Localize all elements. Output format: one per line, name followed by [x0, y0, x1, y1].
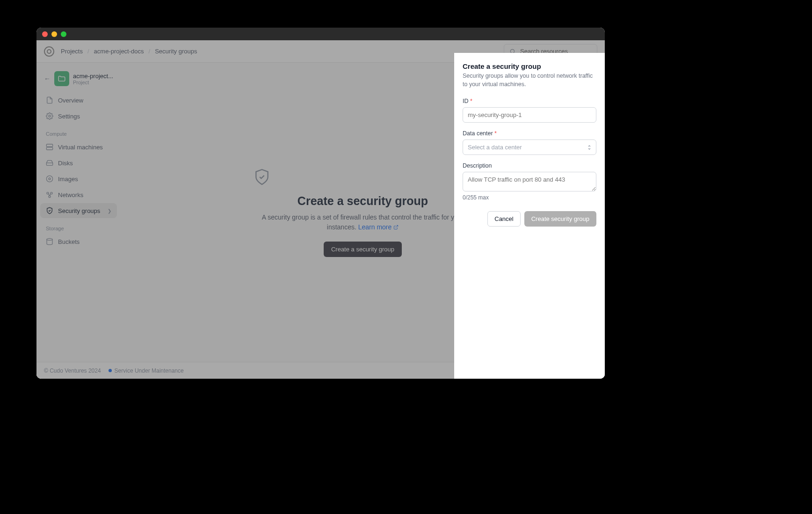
create-panel: Create a security group Security groups …	[454, 53, 605, 379]
id-label: ID *	[463, 98, 596, 104]
panel-description: Security groups allow you to control net…	[463, 72, 596, 88]
create-submit-button[interactable]: Create security group	[524, 211, 596, 227]
datacenter-select[interactable]: Select a data center	[463, 140, 596, 155]
panel-title: Create a security group	[463, 62, 596, 70]
cancel-button[interactable]: Cancel	[487, 211, 520, 227]
window-close-button[interactable]	[42, 31, 48, 37]
app-window: Projects / acme-project-docs / Security …	[36, 28, 605, 379]
window-maximize-button[interactable]	[61, 31, 66, 37]
description-input[interactable]	[463, 172, 596, 191]
titlebar	[36, 28, 605, 40]
datacenter-label: Data center *	[463, 130, 596, 137]
description-label: Description	[463, 162, 596, 169]
window-minimize-button[interactable]	[51, 31, 57, 37]
id-input[interactable]	[463, 107, 596, 123]
char-counter: 0/255 max	[463, 194, 596, 201]
app-body: Projects / acme-project-docs / Security …	[36, 40, 605, 379]
